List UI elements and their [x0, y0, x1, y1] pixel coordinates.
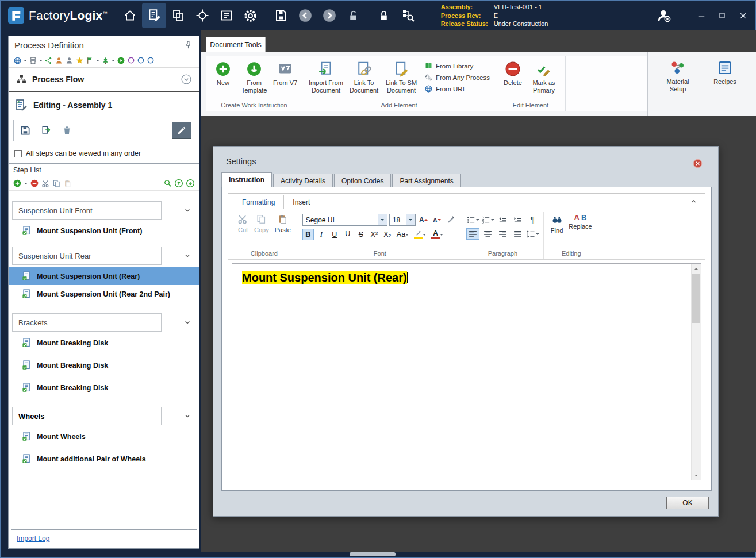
strikethrough-button[interactable]: S: [355, 229, 367, 240]
step-item[interactable]: Mount Breaking Disk: [9, 334, 199, 352]
paste-step-button[interactable]: [63, 179, 72, 187]
instruction-text-editor[interactable]: Mount Suspension Unit (Rear): [232, 263, 701, 480]
scroll-up-button[interactable]: [692, 264, 701, 274]
double-underline-button[interactable]: U: [342, 229, 354, 240]
chevron-down-icon[interactable]: [183, 411, 192, 421]
home-button[interactable]: [118, 3, 142, 28]
add-step-caret[interactable]: [24, 183, 28, 186]
globe-button[interactable]: [13, 56, 22, 64]
step-item[interactable]: Mount Breaking Disk: [9, 379, 199, 397]
tab-part-assignments[interactable]: Part Assignments: [392, 174, 460, 187]
tab-option-codes[interactable]: Option Codes: [334, 174, 391, 187]
align-center-button[interactable]: [481, 228, 494, 240]
maximize-button[interactable]: [715, 8, 730, 23]
import-log-link[interactable]: Import Log: [17, 534, 49, 542]
step-item[interactable]: Mount Suspension Unit (Front): [9, 222, 199, 240]
cut-button[interactable]: Cut: [235, 212, 251, 248]
link-to-sm-document-button[interactable]: Link To SM Document: [382, 59, 421, 94]
paste-button[interactable]: Paste: [272, 212, 294, 248]
show-marks-button[interactable]: ¶: [526, 214, 539, 225]
toggle-edit-button[interactable]: [172, 122, 191, 139]
step-item[interactable]: Mount Wheels: [9, 428, 199, 445]
line-spacing-button[interactable]: [526, 228, 539, 240]
user-button[interactable]: [652, 3, 676, 28]
process-definition-button[interactable]: [142, 3, 166, 28]
remove-step-button[interactable]: [30, 179, 39, 188]
shrink-font-button[interactable]: A: [431, 214, 443, 226]
step-group-header[interactable]: Wheels: [12, 407, 192, 425]
favorite-button[interactable]: [75, 56, 84, 64]
operator-button[interactable]: [65, 56, 74, 64]
new-instruction-button[interactable]: New: [210, 59, 236, 87]
tab-instruction[interactable]: Instruction: [221, 172, 272, 187]
minimize-button[interactable]: [694, 8, 709, 23]
mark-as-primary-button[interactable]: Mark as Primary: [526, 59, 562, 94]
from-v7-button[interactable]: From V7: [272, 59, 298, 87]
tab-activity-details[interactable]: Activity Details: [273, 174, 333, 187]
step-item[interactable]: Mount additional Pair of Wheels: [9, 450, 199, 468]
process-flow-row[interactable]: Process Flow: [9, 68, 199, 91]
document-transfer-button[interactable]: [166, 3, 190, 28]
chevron-down-icon[interactable]: [183, 251, 192, 260]
dropdown-caret[interactable]: [39, 60, 43, 63]
forward-button[interactable]: [317, 3, 341, 28]
step-group-header[interactable]: Brackets: [12, 313, 192, 332]
move-step-down-button[interactable]: [186, 179, 195, 188]
scrollbar-thumb[interactable]: [692, 274, 700, 323]
import-from-document-button[interactable]: Import From Document: [306, 59, 346, 94]
editor-content[interactable]: Mount Suspension Unit (Rear): [232, 264, 701, 292]
find-step-button[interactable]: [163, 179, 172, 188]
step-item[interactable]: Mount Breaking Disk: [9, 356, 199, 374]
step-group-box[interactable]: Wheels: [12, 407, 162, 425]
navigator-button[interactable]: [190, 3, 214, 28]
highlighter-button[interactable]: [444, 214, 458, 226]
run-button[interactable]: [117, 56, 125, 64]
settings-gear-button[interactable]: [239, 3, 263, 28]
status-blue-button-2[interactable]: [147, 56, 155, 65]
delete-process-button[interactable]: [57, 122, 76, 139]
numbered-list-button[interactable]: [481, 214, 494, 225]
chevron-down-icon[interactable]: [183, 206, 192, 215]
dropdown-caret[interactable]: [112, 60, 115, 63]
horizontal-scrollbar-thumb[interactable]: [350, 552, 396, 556]
justify-button[interactable]: [511, 228, 524, 240]
save-process-button[interactable]: [16, 122, 34, 139]
close-button[interactable]: [735, 8, 750, 23]
back-button[interactable]: [293, 3, 317, 28]
step-group-box[interactable]: Suspension Unit Rear: [12, 247, 162, 265]
recipes-button[interactable]: Recipes: [709, 58, 741, 86]
change-case-button[interactable]: Aa: [395, 229, 410, 240]
from-library-button[interactable]: From Library: [424, 61, 490, 70]
font-size-select[interactable]: 18: [389, 214, 416, 226]
step-group-header[interactable]: Suspension Unit Rear: [12, 247, 192, 265]
import-process-button[interactable]: [37, 122, 55, 139]
underline-button[interactable]: U: [329, 229, 340, 240]
step-group-box[interactable]: Brackets: [12, 313, 162, 332]
status-purple-button[interactable]: [127, 56, 135, 65]
lock-button[interactable]: [372, 3, 396, 28]
save-button[interactable]: [269, 3, 293, 28]
move-step-up-button[interactable]: [174, 179, 183, 188]
bullet-list-button[interactable]: [466, 214, 479, 225]
print-button[interactable]: [29, 56, 37, 64]
ok-button[interactable]: OK: [666, 497, 709, 509]
editor-scrollbar[interactable]: [691, 264, 701, 480]
increase-indent-button[interactable]: [511, 214, 524, 225]
share-button[interactable]: [44, 56, 53, 64]
tab-formatting[interactable]: Formatting: [233, 195, 284, 209]
cut-step-button[interactable]: [41, 179, 50, 187]
delete-element-button[interactable]: Delete: [500, 59, 526, 87]
engineer-button[interactable]: [55, 56, 63, 64]
decrease-indent-button[interactable]: [496, 214, 509, 225]
dialog-close-button[interactable]: [692, 158, 703, 169]
from-template-button[interactable]: From Template: [236, 59, 272, 94]
superscript-button[interactable]: X²: [369, 229, 380, 240]
bold-button[interactable]: B: [302, 229, 314, 240]
grow-font-button[interactable]: A: [417, 214, 429, 226]
collapse-section-button[interactable]: [181, 74, 192, 85]
subscript-button[interactable]: X₂: [382, 229, 393, 240]
highlight-color-button[interactable]: [412, 229, 428, 240]
copy-step-button[interactable]: [52, 179, 61, 187]
reports-button[interactable]: [214, 3, 239, 28]
chevron-down-icon[interactable]: [183, 318, 192, 327]
